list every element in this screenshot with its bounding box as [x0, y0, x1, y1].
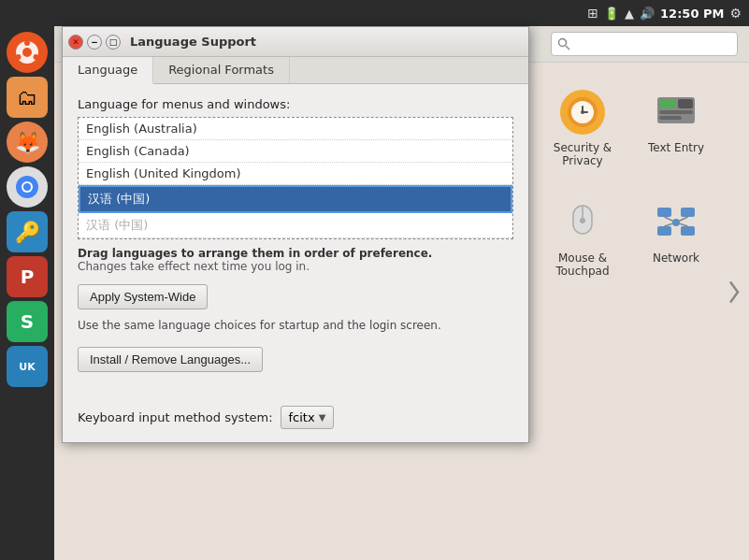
settings-icon-security-privacy[interactable]: Security & Privacy	[540, 81, 625, 173]
text-entry-icon	[652, 88, 700, 136]
drag-hint: Drag languages to arrange them in order …	[78, 247, 513, 260]
keyboard-method-value: fcitx	[289, 410, 315, 424]
chrome-icon	[14, 174, 40, 200]
firefox-icon: 🦊	[15, 131, 40, 154]
drag-hint-sub: Changes take effect next time you log in…	[78, 260, 513, 273]
wps-writer-icon: P	[21, 266, 35, 288]
volume-icon: 🔊	[640, 7, 655, 21]
launcher-icon-ubuntu[interactable]	[7, 32, 48, 73]
scroll-right-arrow[interactable]	[727, 278, 742, 309]
svg-point-7	[23, 183, 31, 191]
lang-item-zh-cn-2[interactable]: 汉语 (中国)	[79, 213, 512, 238]
mouse-label: Mouse & Touchpad	[555, 251, 609, 278]
mouse-icon-img	[557, 197, 608, 248]
search-box[interactable]	[551, 32, 738, 56]
text-entry-label: Text Entry	[648, 141, 704, 154]
language-list: English (Australia) English (Canada) Eng…	[78, 117, 513, 239]
network-icon	[652, 198, 700, 247]
svg-point-1	[22, 48, 32, 57]
maximize-button[interactable]: □	[106, 35, 121, 50]
security-privacy-icon-img	[557, 87, 608, 137]
launcher-icon-files[interactable]: 🗂	[7, 77, 48, 118]
svg-point-2	[24, 40, 30, 46]
system-tray: ⊞ 🔋 ▲ 🔊 12:50 PM ⚙	[587, 6, 742, 21]
svg-rect-18	[678, 99, 693, 108]
apply-system-wide-button[interactable]: Apply System-Wide	[78, 284, 208, 309]
language-section-label: Language for menus and windows:	[78, 97, 513, 111]
lang-item-en-ca[interactable]: English (Canada)	[79, 140, 512, 163]
keyboard-input-row: Keyboard input method system: fcitx ▼	[78, 406, 513, 429]
launcher-icon-wps-writer[interactable]: P	[7, 256, 48, 297]
launcher: 🗂 🦊 🔑 P S UK	[0, 26, 54, 560]
network-icon-img	[651, 197, 701, 248]
wps-pdf-icon: UK	[19, 361, 35, 373]
install-remove-languages-button[interactable]: Install / Remove Languages...	[78, 347, 263, 372]
svg-rect-26	[657, 226, 671, 236]
dialog-tabs: Language Regional Formats	[63, 57, 528, 84]
search-input[interactable]	[574, 37, 724, 50]
mouse-icon	[558, 198, 607, 247]
keyboard-input-label: Keyboard input method system:	[78, 410, 273, 424]
svg-point-15	[581, 110, 584, 114]
security-privacy-icon	[558, 88, 607, 136]
dropdown-arrow-icon: ▼	[319, 412, 326, 423]
svg-rect-27	[681, 226, 695, 236]
lang-item-zh-cn-selected[interactable]: 汉语 (中国)	[79, 185, 512, 213]
security-privacy-label: Security & Privacy	[554, 141, 612, 167]
wps-spreadsheet-icon: S	[21, 310, 34, 333]
launcher-icon-firefox[interactable]: 🦊	[7, 122, 48, 163]
settings-icon-text-entry[interactable]: Text Entry	[634, 81, 718, 173]
svg-point-32	[672, 219, 680, 226]
wifi-icon: ▲	[625, 7, 634, 21]
keepass-icon: 🔑	[15, 221, 40, 244]
launcher-icon-keepass[interactable]: 🔑	[7, 211, 48, 252]
battery-icon: 🔋	[604, 7, 619, 21]
launcher-icon-wps-pdf[interactable]: UK	[7, 346, 48, 387]
svg-point-4	[34, 54, 39, 60]
dialog-content: Language for menus and windows: English …	[63, 84, 528, 442]
svg-rect-19	[659, 110, 693, 114]
clock: 12:50 PM	[660, 7, 724, 21]
minimize-button[interactable]: −	[87, 35, 102, 50]
ubuntu-logo-icon	[14, 39, 40, 65]
launcher-icon-wps-spreadsheet[interactable]: S	[7, 301, 48, 342]
top-panel: ⊞ 🔋 ▲ 🔊 12:50 PM ⚙	[0, 0, 749, 26]
chevron-right-icon	[727, 278, 742, 306]
close-button[interactable]: ✕	[68, 35, 83, 50]
lang-item-en-au[interactable]: English (Australia)	[79, 118, 512, 140]
gear-icon[interactable]: ⚙	[729, 6, 742, 21]
svg-rect-24	[657, 208, 671, 217]
search-icon	[557, 37, 570, 50]
files-icon: 🗂	[17, 86, 37, 109]
keyboard-method-dropdown[interactable]: fcitx ▼	[281, 406, 335, 429]
svg-point-23	[580, 218, 585, 223]
svg-point-3	[16, 54, 22, 60]
tab-regional-formats[interactable]: Regional Formats	[153, 57, 290, 83]
dialog-title: Language Support	[130, 35, 256, 49]
svg-rect-25	[681, 208, 695, 217]
svg-rect-17	[659, 99, 676, 108]
language-support-dialog: ✕ − □ Language Support Language Regional…	[62, 26, 529, 443]
svg-line-9	[566, 46, 569, 50]
apply-hint: Use the same language choices for startu…	[78, 319, 513, 332]
settings-icon-mouse[interactable]: Mouse & Touchpad	[540, 192, 625, 283]
lang-item-en-uk[interactable]: English (United Kingdom)	[79, 163, 512, 185]
svg-rect-20	[659, 116, 682, 120]
text-entry-icon-img	[651, 87, 701, 137]
launcher-icon-chrome[interactable]	[7, 166, 48, 208]
svg-point-8	[559, 39, 567, 47]
tab-language[interactable]: Language	[63, 57, 153, 84]
grid-icon[interactable]: ⊞	[587, 6, 598, 21]
settings-icon-network[interactable]: Network	[634, 192, 718, 283]
network-label: Network	[653, 251, 699, 265]
dialog-titlebar: ✕ − □ Language Support	[63, 27, 528, 57]
